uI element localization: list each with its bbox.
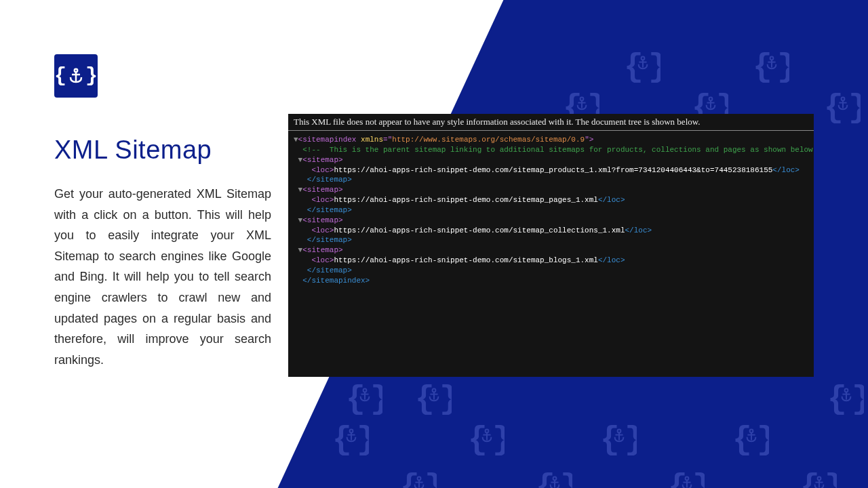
brand-logo: { } bbox=[54, 54, 98, 98]
brace-right-icon: } bbox=[85, 64, 98, 87]
svg-point-5 bbox=[75, 69, 77, 72]
anchor-brace-icon bbox=[624, 47, 660, 84]
anchor-brace-icon bbox=[415, 380, 452, 416]
sitemap-url-3: https://ahoi-apps-rich-snippet-demo.com/… bbox=[334, 256, 597, 264]
anchor-brace-icon bbox=[536, 468, 572, 488]
sitemap-url-2: https://ahoi-apps-rich-snippet-demo.com/… bbox=[334, 226, 625, 235]
anchor-brace-icon bbox=[824, 88, 861, 125]
sitemap-url-1: https://ahoi-apps-rich-snippet-demo.com/… bbox=[334, 196, 597, 204]
sitemap-url-0: https://ahoi-apps-rich-snippet-demo.com/… bbox=[334, 166, 772, 174]
content-block: XML Sitemap Get your auto-generated XML … bbox=[54, 136, 271, 370]
xml-style-notice: This XML file does not appear to have an… bbox=[288, 114, 814, 131]
anchor-icon bbox=[68, 68, 84, 84]
anchor-brace-icon bbox=[346, 380, 382, 416]
anchor-brace-icon bbox=[400, 468, 437, 488]
xmlns-url: http://www.sitemaps.org/schemas/sitemap/… bbox=[392, 136, 585, 144]
xml-code-panel: This XML file does not appear to have an… bbox=[288, 114, 814, 377]
anchor-brace-icon bbox=[827, 380, 864, 416]
brace-left-icon: { bbox=[54, 64, 66, 87]
page-heading: XML Sitemap bbox=[54, 136, 271, 165]
anchor-brace-icon bbox=[600, 420, 637, 457]
anchor-brace-icon bbox=[468, 420, 505, 457]
anchor-brace-icon bbox=[668, 468, 705, 488]
body-description: Get your auto-generated XML Sitemap with… bbox=[54, 184, 271, 370]
xml-code-body: ▼<sitemapindex xmlns="http://www.sitemap… bbox=[288, 131, 814, 290]
anchor-brace-icon bbox=[753, 47, 789, 84]
anchor-brace-icon bbox=[332, 420, 369, 457]
anchor-brace-icon bbox=[732, 420, 769, 457]
xml-comment: <!-- This is the parent sitemap linking … bbox=[302, 146, 814, 154]
anchor-brace-icon bbox=[800, 468, 837, 488]
